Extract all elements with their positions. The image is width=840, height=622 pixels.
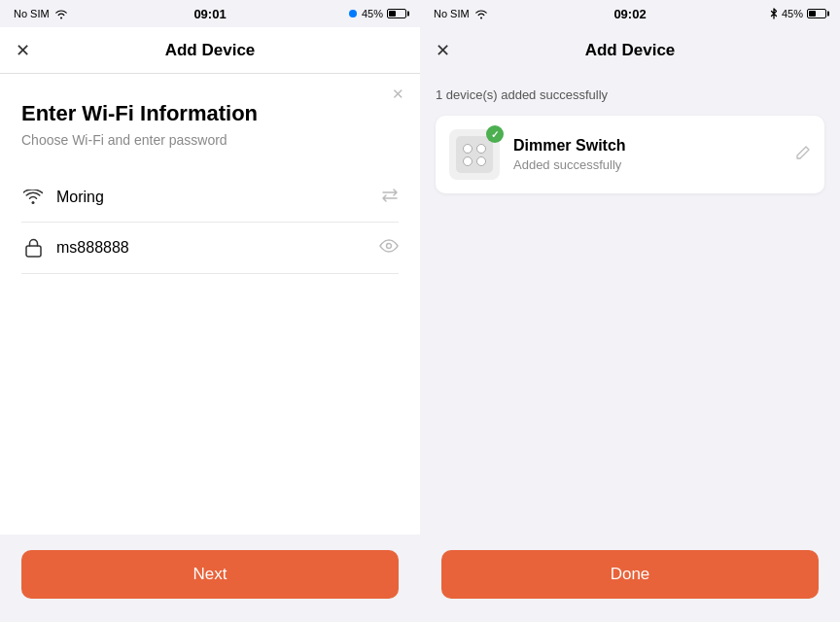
left-screen: No SIM 09:01 45% ✕ [0, 0, 420, 622]
wifi-swap-icon[interactable] [381, 189, 399, 206]
device-status: Added successfully [513, 157, 782, 172]
location-icon [348, 9, 358, 18]
device-thumbnail: ✓ [449, 129, 500, 180]
left-status-right: 45% [348, 8, 406, 19]
success-message: 1 device(s) added successfully [436, 87, 824, 102]
right-bottom-area: Done [420, 535, 840, 622]
switch-dot-1 [463, 144, 472, 154]
eye-icon-svg [379, 239, 399, 253]
left-time: 09:01 [193, 7, 226, 21]
device-thumbnail-inner [456, 136, 493, 173]
wifi-icon [54, 9, 68, 19]
left-nav-title: Add Device [165, 41, 256, 60]
wifi-field-icon [23, 190, 43, 205]
left-close-button[interactable]: ✕ [16, 40, 30, 61]
device-card: ✓ Dimmer Switch Added successfully [436, 116, 824, 193]
eye-icon[interactable] [379, 239, 399, 257]
password-row[interactable]: ms888888 [21, 223, 399, 274]
next-button[interactable]: Next [21, 550, 399, 599]
left-battery-icon [387, 9, 406, 18]
left-carrier: No SIM [14, 8, 50, 19]
right-battery-text: 45% [782, 8, 803, 19]
left-status-left: No SIM [14, 8, 68, 19]
left-form-area: Enter Wi-Fi Information Choose Wi-Fi and… [0, 74, 420, 274]
right-close-button[interactable]: ✕ [436, 40, 450, 61]
left-status-bar: No SIM 09:01 45% [0, 0, 420, 27]
right-battery-icon [807, 9, 826, 18]
bluetooth-icon [770, 8, 778, 19]
success-badge: ✓ [486, 125, 504, 143]
switch-dot-4 [476, 156, 486, 166]
left-nav-bar: ✕ Add Device [0, 27, 420, 74]
right-status-bar: No SIM 09:02 45% [420, 0, 840, 27]
left-modal-card: ✕ Enter Wi-Fi Information Choose Wi-Fi a… [0, 74, 420, 535]
right-status-right: 45% [770, 8, 826, 19]
wifi-row[interactable]: Moring [21, 173, 399, 223]
modal-close-icon[interactable]: ✕ [392, 86, 404, 103]
device-name: Dimmer Switch [513, 137, 782, 155]
left-bottom-area: Next [0, 535, 420, 622]
right-content-area: 1 device(s) added successfully ✓ [420, 74, 840, 311]
device-edit-icon[interactable] [795, 145, 811, 164]
password-value: ms888888 [56, 239, 368, 257]
switch-dots-bottom [463, 156, 486, 166]
lock-row-icon [21, 238, 45, 258]
switch-dots-top [463, 144, 486, 154]
switch-dot-2 [476, 144, 486, 154]
edit-icon [795, 145, 811, 160]
right-nav-title: Add Device [585, 41, 676, 60]
right-status-left: No SIM [434, 8, 488, 19]
svg-point-0 [349, 10, 357, 17]
wifi-row-icon [21, 190, 45, 205]
done-button[interactable]: Done [441, 550, 819, 599]
switch-dot-3 [463, 156, 472, 166]
svg-point-2 [387, 244, 392, 249]
right-screen: No SIM 09:02 45% ✕ [420, 0, 840, 622]
lock-icon [25, 238, 42, 258]
svg-rect-1 [26, 246, 41, 257]
left-battery-text: 45% [362, 8, 383, 19]
form-subtitle: Choose Wi-Fi and enter password [21, 132, 399, 148]
wifi-value: Moring [56, 189, 369, 206]
right-nav-bar: ✕ Add Device [420, 27, 840, 74]
swap-icon [381, 189, 399, 202]
right-wifi-icon [474, 9, 488, 19]
form-title: Enter Wi-Fi Information [21, 101, 399, 126]
device-info: Dimmer Switch Added successfully [513, 137, 782, 172]
right-time: 09:02 [613, 7, 646, 21]
right-carrier: No SIM [434, 8, 470, 19]
